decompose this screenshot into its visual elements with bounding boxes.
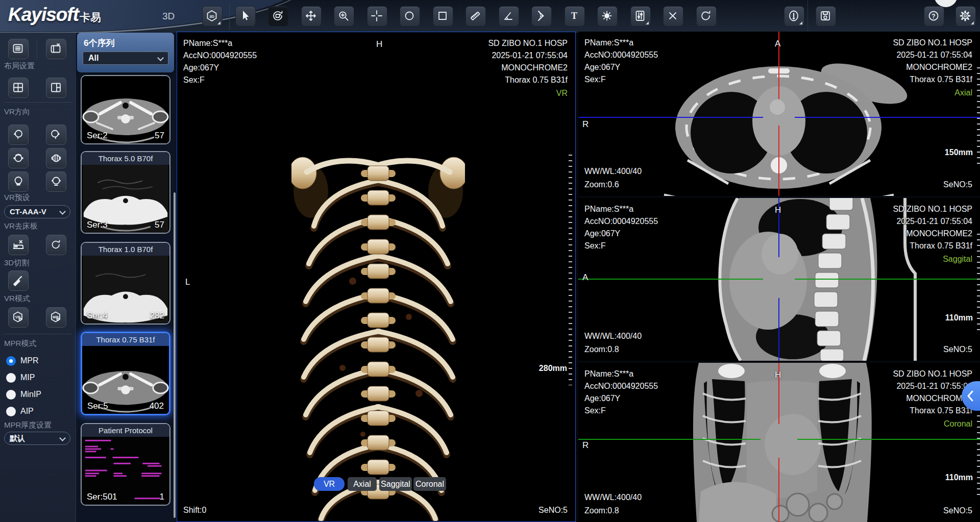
pan-tool-button[interactable] — [301, 6, 322, 27]
series-number: Ser:3 — [87, 220, 108, 230]
crosshair-horizontal-line[interactable] — [578, 279, 763, 280]
series-no-label: SeNO:5 — [943, 343, 972, 356]
cube-3d-tool-button[interactable]: 3D — [202, 6, 223, 27]
sidebar-mini-separator — [37, 39, 37, 59]
patient-info: PName:S***a AccNO:0004920555 Age:067Y Se… — [584, 37, 658, 86]
reset-icon — [699, 9, 713, 22]
cobb-angle-tool-button[interactable] — [531, 6, 552, 27]
window-level-label: WW/WL:400/40 — [584, 165, 642, 178]
orientation-marker-left: R — [582, 119, 589, 130]
series-thumbnail-ser2[interactable]: Ser:2 57 — [81, 75, 170, 144]
layout-list-button[interactable] — [8, 39, 29, 59]
zoom-tool-button[interactable] — [334, 6, 354, 27]
head-ears-button[interactable] — [46, 148, 66, 168]
zoom-label: Zoom:0.8 — [584, 505, 619, 517]
remove-bed-button[interactable] — [8, 235, 29, 255]
mode-button-axial[interactable]: Axial — [348, 477, 377, 491]
save-tool-button[interactable] — [816, 6, 836, 27]
crosshair-horizontal-line[interactable] — [795, 279, 980, 280]
series-thumbnail-ser3[interactable]: Thorax 5.0 B70f Ser:3 57 — [81, 151, 170, 234]
head-back-button[interactable] — [8, 171, 29, 192]
saggital-viewport[interactable]: PName:S***a AccNO:0004920555 Age:067Y Se… — [578, 198, 980, 361]
series-scrollbar[interactable] — [174, 192, 176, 518]
patient-info: PName:S***a AccNO:0004920555 Age:067Y Se… — [584, 368, 658, 417]
vr-preset-select[interactable]: CT-AAA-V — [4, 205, 70, 218]
zoom-label: Zoom:0.6 — [584, 179, 619, 191]
sc1alpel-button[interactable] — [8, 270, 29, 291]
hospital-name: SD ZIBO NO.1 HOSP — [893, 37, 972, 49]
chevron-left-icon — [965, 389, 977, 403]
head-left-button[interactable] — [8, 125, 29, 145]
cursor-tool-button[interactable] — [235, 6, 256, 27]
study-info: SD ZIBO NO.1 HOSP 2025-01-21 07:55:04 MO… — [893, 37, 972, 99]
angle-icon — [502, 9, 515, 22]
delete-tool-button[interactable] — [663, 6, 683, 27]
rotate-3d-tool-button[interactable] — [268, 6, 288, 27]
sidebar-divider — [4, 334, 71, 334]
angle-tool-button[interactable] — [499, 6, 519, 27]
coronal-viewport[interactable]: PName:S***a AccNO:0004920555 Age:067Y Se… — [578, 363, 980, 522]
series-filter-select[interactable]: All — [83, 52, 168, 65]
crosshair-vertical-line[interactable] — [778, 298, 779, 361]
settings-button[interactable] — [955, 6, 976, 27]
patient-age: Age:067Y — [584, 61, 658, 73]
photometric: MONOCHROME2 — [893, 61, 972, 73]
vr-viewport[interactable]: PName:S***a AccNO:0004920555 Age:067Y Se… — [177, 32, 576, 522]
head-top-button[interactable] — [8, 148, 29, 168]
logo-text: Kayisoft — [8, 4, 79, 25]
series-title: Thorax 0.75 B31f — [82, 333, 169, 346]
help-icon: ? — [927, 9, 940, 22]
crosshair-horizontal-line[interactable] — [797, 439, 980, 440]
layout-close-button[interactable] — [46, 39, 66, 59]
crosshair-horizontal-line[interactable] — [578, 117, 763, 118]
head-front-button[interactable] — [46, 171, 66, 192]
mode-button-vr[interactable]: VR — [314, 477, 345, 491]
series-thumbnail-ser5-selected[interactable]: Thorax 0.75 B31f Ser:5 402 — [81, 332, 170, 415]
rectangle-tool-button[interactable] — [433, 6, 453, 27]
vr-reset-button[interactable] — [46, 235, 66, 255]
split-layout-button[interactable] — [46, 78, 66, 98]
radio-label: MinIP — [20, 390, 41, 399]
save-icon — [819, 9, 832, 22]
mip-hexagon-button[interactable]: MIP — [46, 307, 66, 328]
image-count: 57 — [155, 131, 164, 141]
crosshair-horizontal-line[interactable] — [578, 439, 761, 440]
mpr-thickness-select[interactable]: 默认 — [4, 432, 70, 445]
scale-ruler-label: 150mm — [945, 148, 973, 157]
logo-suffix: 卡易 — [80, 11, 101, 23]
crosshair-vertical-line[interactable] — [778, 458, 779, 522]
crosshair-tool-button[interactable] — [367, 6, 387, 27]
reset-tool-button[interactable] — [696, 6, 717, 27]
mode-button-saggital[interactable]: Saggital — [379, 477, 412, 491]
orientation-marker-top: H — [376, 39, 382, 49]
vr-hexagon-button[interactable]: VR — [8, 307, 29, 328]
head-right-icon — [50, 128, 62, 140]
text-tool-button[interactable]: T — [565, 6, 585, 27]
top-toolbar: Kayisoft卡易 3D 3D — [0, 0, 980, 33]
patient-accno: AccNO:0004920555 — [584, 215, 658, 228]
crosshair-vertical-line[interactable] — [778, 126, 779, 196]
series-header: 6个序列 All — [77, 33, 174, 72]
window-level-tool-button[interactable] — [597, 6, 618, 27]
layout-split-icon — [50, 81, 62, 93]
view-type-label: VR — [488, 87, 568, 100]
hexagon-vr-icon: VR — [12, 311, 24, 323]
scalpel-icon — [12, 274, 24, 286]
help-button[interactable]: ? — [924, 6, 944, 27]
ellipse-tool-button[interactable] — [400, 6, 420, 27]
patient-age: Age:067Y — [584, 392, 658, 405]
crosshair-horizontal-line[interactable] — [795, 117, 980, 118]
series-thumbnail-ser4[interactable]: Thorax 1.0 B70f Ser:4 282 — [81, 242, 170, 325]
adjust-panel-tool-button[interactable] — [630, 6, 651, 27]
patient-age: Age:067Y — [183, 62, 257, 74]
mode-3d-label: 3D — [162, 11, 175, 22]
mode-button-coronal[interactable]: Coronal — [413, 477, 446, 491]
ruler-tool-button[interactable] — [465, 6, 486, 27]
series-thumbnail-ser501[interactable]: Patient Protocol Ser:501 1 — [81, 423, 170, 506]
close-x-icon — [666, 9, 679, 22]
axial-viewport[interactable]: PName:S***a AccNO:0004920555 Age:067Y Se… — [578, 32, 980, 196]
series-no-label: SeNO:5 — [943, 505, 972, 517]
alert-tool-button[interactable] — [784, 6, 804, 27]
grid-layout-button[interactable] — [8, 78, 29, 98]
head-right-button[interactable] — [46, 125, 66, 145]
